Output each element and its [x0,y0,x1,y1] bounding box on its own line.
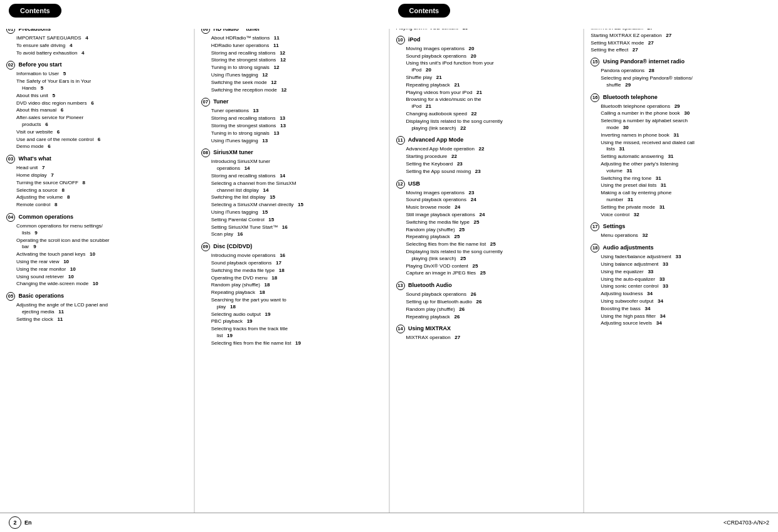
list-item: DVD video disc region numbers 6 [16,100,187,107]
list-item: Tuning in to strong signals 13 [211,130,382,137]
list-item: Playing DivX® VOD content 25 [406,263,577,270]
section-07: 07 Tuner Tuner operations 13 Storing and… [201,98,382,144]
list-item: Browsing for a video/music on the iPod 2… [406,96,577,110]
footer: 2 En <CRD4703-A/N>2 [0,513,778,532]
list-item: Operating the scroll icon and the scrubb… [16,237,187,251]
list-item: To ensure safe driving 4 [16,43,187,50]
list-item: Selecting a channel from the SiriusXM ch… [211,180,382,194]
list-item: Repeating playback 25 [406,234,577,241]
list-item: Using sonic center control 33 [601,283,772,290]
list-item: Tuning in to strong signals 12 [211,65,382,71]
list-item: Switching the ring tone 31 [601,175,772,182]
list-item: Common operations for menu settings/ lis… [16,223,187,237]
list-item: Still image playback operations 24 [406,212,577,219]
list-item: Using the preset dial lists 31 [601,182,772,189]
section-10: 10 iPod Moving images operations 20 Soun… [396,36,577,132]
list-item: Using the high pass filter 34 [601,313,772,320]
section-15: 15 Using Pandora® internet radio Pandora… [591,58,772,88]
section-title-10: iPod [408,36,421,43]
list-item: Switching the list display 15 [211,194,382,201]
list-item: Advanced App Mode operation 22 [406,146,577,153]
model-number: <CRD4703-A/N>2 [723,519,769,526]
section-num-10: 10 [396,36,405,44]
list-item: Using the auto-equalizer 33 [601,276,772,283]
list-item: Using balance adjustment 33 [601,261,772,268]
list-item: Home display 7 [16,172,187,179]
list-item: Setting automatic answering 31 [601,154,772,160]
list-item: Storing and recalling stations 13 [211,115,382,122]
list-item: Random play (shuffle) 26 [406,306,577,313]
section-02: 02 Before you start Information to User … [6,61,187,150]
section-16: 16 Bluetooth telephone Bluetooth telepho… [591,93,772,219]
list-item: Starting MIXTRAX EZ operation 27 [591,33,772,39]
list-item: Setting the effect 27 [591,47,772,54]
section-num-18: 18 [591,244,599,253]
section-01: 01 Precautions IMPORTANT SAFEGUARDS 4 To… [6,25,187,56]
section-num-14: 14 [396,325,405,333]
list-item: Setting SiriusXM Tune Start™ 16 [211,224,382,231]
list-item: Selecting audio output 19 [211,311,382,318]
section-num-08: 08 [201,149,210,157]
list-item: Making a call by entering phone number 3… [601,190,772,204]
list-item: Tuner operations 13 [211,108,382,115]
section-title-15: Using Pandora® internet radio [603,59,685,65]
list-item: Setting up for Bluetooth audio 26 [406,299,577,306]
list-item: HDRadio tuner operations 11 [211,43,382,50]
list-item: Using this unit's iPod function from you… [406,60,577,74]
list-item: Displaying lists related to the song cur… [406,249,577,263]
list-item: Searching for the part you want to play … [211,297,382,311]
list-item: Shuffle play 21 [406,75,577,81]
section-06: 06 HD Radio™ tuner About HDRadio™ statio… [201,25,382,93]
list-item: MIXTRAX operation 27 [406,335,577,342]
list-item: Boosting the bass 34 [601,306,772,313]
section-num-05: 05 [6,292,15,301]
list-item: Bluetooth telephone operations 29 [601,103,772,110]
list-item: Selecting and playing Pandora® stations/… [601,75,772,89]
list-item: Menu operations 32 [601,232,772,239]
left-contents-header: Contents [9,4,61,18]
column-4: MIXTRAX EZ operation 27 Starting MIXTRAX… [584,20,778,513]
list-item: Sound playback operations 24 [406,197,577,204]
list-item: Setting the clock 11 [16,316,187,323]
list-item: Using the missed, received and dialed ca… [601,140,772,154]
section-title-05: Basic operations [19,293,65,299]
section-13: 13 Bluetooth Audio Sound playback operat… [396,281,577,320]
section-title-04: Common operations [19,214,74,220]
list-item: About this unit 5 [16,93,187,100]
list-item: Head unit 7 [16,165,187,172]
section-title-17: Settings [603,224,626,230]
section-title-16: Bluetooth telephone [603,94,658,100]
list-item: Moving images operations 20 [406,46,577,53]
list-item: Selecting a SiriusXM channel directly 15 [211,202,382,209]
list-item: Setting the Keyboard 23 [406,161,577,168]
list-item: Storing the strongest stations 13 [211,123,382,130]
section-17: 17 Settings Menu operations 32 [591,222,772,239]
list-item: Displaying lists related to the song cur… [406,118,577,132]
section-05: 05 Basic operations Adjusting the angle … [6,292,187,323]
section-num-02: 02 [6,61,15,70]
list-item: Using sound retriever 10 [16,274,187,281]
list-item: IMPORTANT SAFEGUARDS 4 [16,35,187,42]
list-item: Use and care of the remote control 6 [16,137,187,143]
right-contents-header: Contents [398,4,451,18]
list-item: Selecting a number by alphabet search mo… [601,118,772,132]
section-num-16: 16 [591,93,599,102]
list-item: Selecting files from the file name list … [406,241,577,248]
section-num-11: 11 [396,136,405,145]
list-item: Using iTunes tagging 12 [211,72,382,79]
list-item: Starting procedure 22 [406,154,577,160]
list-item: Storing and recalling stations 12 [211,50,382,57]
section-title-13: Bluetooth Audio [408,282,452,288]
section-title-02: Before you start [19,62,62,68]
list-item: Adjusting the volume 8 [16,194,187,201]
section-title-09: Disc (CD/DVD) [213,244,252,250]
list-item: Random play (shuffle) 25 [406,227,577,234]
list-item: Storing the strongest stations 12 [211,57,382,64]
list-item: Music browse mode 24 [406,204,577,211]
list-item: Sound playback operations 20 [406,53,577,60]
section-num-15: 15 [591,58,599,66]
section-14: 14 Using MIXTRAX MIXTRAX operation 27 [396,325,577,342]
section-num-12: 12 [396,180,405,189]
list-item: PBC playback 19 [211,318,382,325]
list-item: Repeating playback 21 [406,82,577,89]
